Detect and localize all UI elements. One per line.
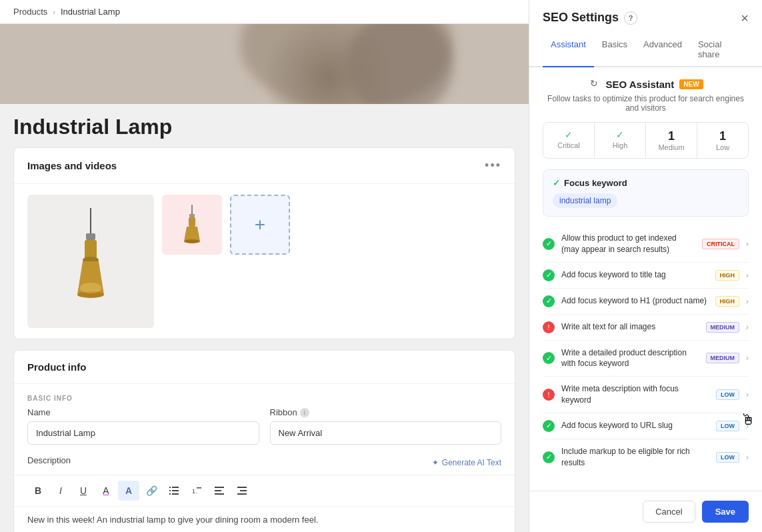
task-status-success-icon-7: ✓ <box>543 451 555 463</box>
ribbon-label: Ribbon i <box>270 407 502 417</box>
task-item-index: ✓ Allow this product to get indexed (may… <box>543 226 749 263</box>
breadcrumb-products-link[interactable]: Products <box>13 7 47 17</box>
tab-social-share[interactable]: Social share <box>690 33 749 67</box>
svg-point-9 <box>80 283 101 293</box>
svg-rect-16 <box>172 487 179 488</box>
high-label: High <box>599 141 641 149</box>
svg-point-14 <box>184 239 200 243</box>
italic-button[interactable]: I <box>50 481 71 501</box>
ai-sparkle-icon: ✦ <box>432 458 439 467</box>
ribbon-info-icon[interactable]: i <box>300 408 309 417</box>
align-left-button[interactable] <box>209 481 230 501</box>
refresh-icon[interactable]: ↻ <box>588 78 600 90</box>
task-list: ✓ Allow this product to get indexed (may… <box>543 226 749 475</box>
page-hero-image <box>0 24 529 104</box>
task-chevron-1[interactable]: › <box>746 271 749 280</box>
bold-button[interactable]: B <box>27 481 49 501</box>
score-row: ✓ Critical ✓ High 1 Medium 1 Low <box>543 122 749 159</box>
svg-rect-27 <box>240 490 247 491</box>
align-right-button[interactable] <box>231 481 253 501</box>
task-chevron-3[interactable]: › <box>746 323 749 332</box>
task-badge-critical: CRITICAL <box>702 239 739 249</box>
focus-keyword-title: ✓ Focus keyword <box>553 178 739 188</box>
description-content[interactable]: New in this week! An industrial lamp to … <box>14 507 515 532</box>
task-badge-high-1: HIGH <box>715 270 740 281</box>
images-section-title: Images and videos <box>27 160 117 171</box>
task-chevron-4[interactable]: › <box>746 353 749 363</box>
task-badge-medium-3: MEDIUM <box>706 322 740 333</box>
unordered-list-button[interactable] <box>163 481 185 501</box>
format-button[interactable]: A <box>118 481 139 501</box>
task-chevron-5[interactable]: › <box>746 390 749 399</box>
ordered-list-button[interactable]: 1. <box>186 481 207 501</box>
task-chevron-7[interactable]: › <box>746 453 749 462</box>
medium-label: Medium <box>650 143 693 151</box>
close-button[interactable]: × <box>741 11 749 25</box>
task-status-success-icon-4: ✓ <box>543 352 555 364</box>
task-status-success-icon-6: ✓ <box>543 420 555 432</box>
low-label: Low <box>701 143 744 151</box>
tab-basics[interactable]: Basics <box>594 33 635 67</box>
svg-rect-4 <box>86 233 95 240</box>
name-ribbon-row: Name Ribbon i <box>14 407 515 455</box>
description-label: Description <box>27 455 71 465</box>
seo-tabs: Assistant Basics Advanced Social share <box>529 33 762 67</box>
svg-rect-22 <box>197 487 201 489</box>
images-menu-button[interactable]: ••• <box>485 159 501 173</box>
seo-help-icon[interactable]: ? <box>624 11 637 25</box>
breadcrumb-separator: › <box>53 8 55 16</box>
task-text-0: Allow this product to get indexed (may a… <box>561 233 695 255</box>
score-high: ✓ High <box>595 123 646 158</box>
task-text-6: Add focus keyword to URL slug <box>561 420 709 431</box>
images-card: Images and videos ••• <box>13 147 515 339</box>
svg-rect-20 <box>172 493 179 495</box>
add-image-button[interactable]: + <box>230 195 290 255</box>
product-info-header: Product info <box>14 351 515 384</box>
thumbnail-image-1[interactable] <box>162 195 222 255</box>
main-product-image[interactable] <box>27 195 154 328</box>
svg-rect-18 <box>172 490 179 491</box>
task-status-error-icon-3: ! <box>543 321 555 333</box>
svg-rect-17 <box>169 490 171 491</box>
product-info-title: Product info <box>27 361 86 373</box>
name-input[interactable] <box>27 421 259 445</box>
task-text-2: Add focus keyword to H1 (product name) <box>561 295 709 307</box>
images-grid: + <box>14 184 515 339</box>
svg-rect-19 <box>169 493 171 495</box>
new-badge: NEW <box>679 79 703 89</box>
product-info-card: Product info BASIC INFO Name Ribbon i <box>13 350 515 532</box>
task-item-title-tag: ✓ Add focus keyword to title tag HIGH › <box>543 263 749 289</box>
critical-label: Critical <box>547 141 590 149</box>
task-status-success-icon-2: ✓ <box>543 295 555 307</box>
task-text-1: Add focus keyword to title tag <box>561 269 709 281</box>
focus-keyword-box: ✓ Focus keyword industrial lamp <box>543 169 749 217</box>
description-header: Description ✦ Generate AI Text <box>14 455 515 475</box>
task-text-5: Write meta description with focus keywor… <box>561 383 709 406</box>
seo-body: ↻ SEO Assistant NEW Follow tasks to opti… <box>529 67 762 491</box>
task-chevron-0[interactable]: › <box>746 239 749 249</box>
save-button[interactable]: Save <box>702 501 749 523</box>
seo-panel: SEO Settings ? × Assistant Basics Advanc… <box>529 0 762 532</box>
score-medium: 1 Medium <box>646 123 697 158</box>
svg-rect-23 <box>215 487 224 488</box>
task-item-url-slug: ✓ Add focus keyword to URL slug LOW › <box>543 413 749 439</box>
link-button[interactable]: 🔗 <box>141 481 162 501</box>
task-chevron-2[interactable]: › <box>746 297 749 306</box>
page-title-area: Industrial Lamp <box>0 104 529 147</box>
task-badge-low-5: LOW <box>716 389 739 400</box>
task-chevron-6[interactable]: › <box>746 421 749 431</box>
cancel-button[interactable]: Cancel <box>643 501 695 523</box>
highlight-button[interactable]: A <box>95 481 117 501</box>
tab-assistant[interactable]: Assistant <box>543 33 594 67</box>
high-check-icon: ✓ <box>599 129 641 140</box>
plus-icon: + <box>255 214 265 235</box>
seo-footer: Cancel Save <box>529 491 762 532</box>
tab-advanced[interactable]: Advanced <box>635 33 690 67</box>
generate-ai-button[interactable]: ✦ Generate AI Text <box>432 458 501 467</box>
underline-button[interactable]: U <box>73 481 94 501</box>
ribbon-input[interactable] <box>270 421 502 445</box>
editor-toolbar: B I U A A 🔗 1. <box>14 475 515 507</box>
svg-rect-28 <box>237 493 247 495</box>
page-title: Industrial Lamp <box>13 115 515 139</box>
name-field: Name <box>27 407 259 445</box>
